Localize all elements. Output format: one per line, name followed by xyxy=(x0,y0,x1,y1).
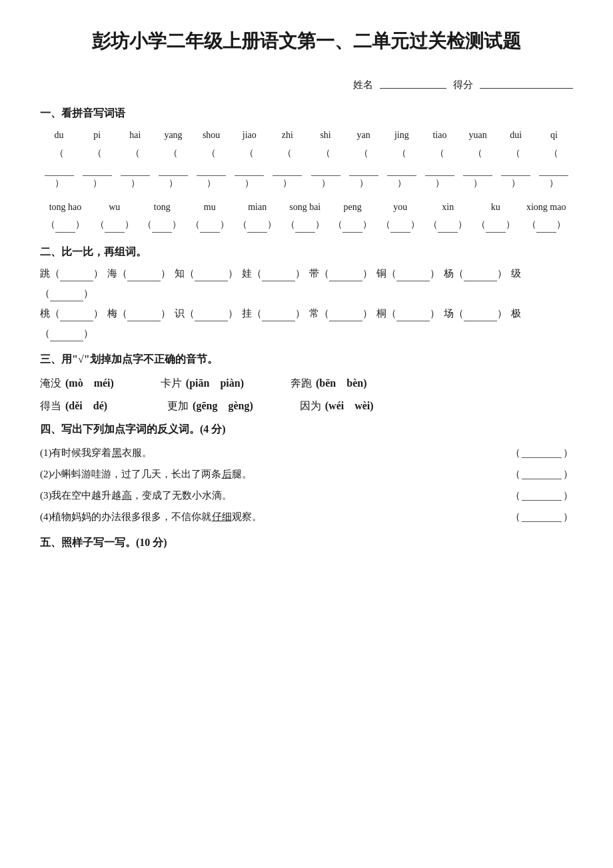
section2-title: 二、比一比，再组词。 xyxy=(40,243,573,261)
section2-row1-continuation: （） xyxy=(40,285,573,301)
section2-row1: 跳（） 海（） 知（） 娃（） 带（） 铜（） 杨（） 级 xyxy=(40,265,573,281)
section2-row2: 桃（） 梅（） 识（） 挂（） 常（） 桐（） 场（） 极 xyxy=(40,305,573,321)
score-label: 得分 xyxy=(453,77,473,93)
section3-row1: 淹没 (mò méi) 卡片 (piān piàn) 奔跑 (bēn bèn) xyxy=(40,375,573,392)
name-underline[interactable] xyxy=(380,77,446,89)
pinyin-row1-pinyin: du pi hai yang shou jiao zhi shi yan jin… xyxy=(40,127,573,192)
section3-item-kapian: 卡片 (piān piàn) xyxy=(161,375,244,392)
section2-row2-continuation: （） xyxy=(40,325,573,341)
section3-item-yinwei: 因为 (wéi wèi) xyxy=(300,397,374,415)
section4-item3: (3)我在空中越升越高，变成了无数小水滴。 （） xyxy=(40,487,573,503)
page-title: 彭坊小学二年级上册语文第一、二单元过关检测试题 xyxy=(40,27,573,57)
section3-item-yanmo: 淹没 (mò méi) xyxy=(40,375,114,392)
name-label: 姓名 xyxy=(353,77,373,93)
section4-item1: (1)有时候我穿着黑衣服。 （） xyxy=(40,445,573,461)
section3-content: 淹没 (mò méi) 卡片 (piān piàn) 奔跑 (bēn bèn) … xyxy=(40,375,573,414)
name-score-row: 姓名 得分 xyxy=(40,77,573,93)
section1-title: 一、看拼音写词语 xyxy=(40,105,573,122)
pinyin-row2-pinyin: tong hao wu tong mu mian song bai peng y… xyxy=(40,199,573,234)
section4-content: (1)有时候我穿着黑衣服。 （） (2)小蝌蚪游哇游，过了几天，长出了两条后腿。… xyxy=(40,445,573,525)
section3-title: 三、用"√"划掉加点字不正确的音节。 xyxy=(40,351,573,368)
section3-item-dedang: 得当 (děi dé) xyxy=(40,397,107,415)
section4-item2: (2)小蝌蚪游哇游，过了几天，长出了两条后腿。 （） xyxy=(40,466,573,482)
section5-title: 五、照样子写一写。(10 分) xyxy=(40,534,573,551)
section3-item-gengjia: 更加 (gēng gèng) xyxy=(167,397,253,415)
score-underline[interactable] xyxy=(480,77,573,89)
section3-row2: 得当 (děi dé) 更加 (gēng gèng) 因为 (wéi wèi) xyxy=(40,397,573,415)
section4-item4: (4)植物妈妈的办法很多很多，不信你就仔细观察。 （） xyxy=(40,509,573,525)
section3-item-benpao: 奔跑 (bēn bèn) xyxy=(291,375,366,392)
section4-title: 四、写出下列加点字词的反义词。(4 分) xyxy=(40,421,573,438)
